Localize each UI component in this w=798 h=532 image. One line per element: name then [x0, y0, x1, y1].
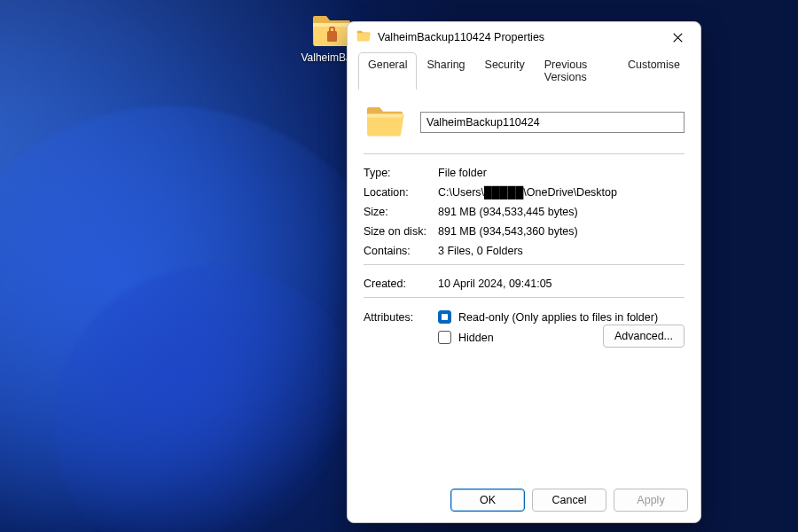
- value-location: C:\Users\█████\OneDrive\Desktop: [438, 186, 685, 199]
- apply-button[interactable]: Apply: [614, 489, 688, 512]
- value-size: 891 MB (934,533,445 bytes): [438, 206, 685, 218]
- dialog-title: ValheimBackup110424 Properties: [378, 31, 660, 43]
- ok-button[interactable]: OK: [450, 489, 525, 512]
- properties-dialog: ValheimBackup110424 Properties General S…: [347, 21, 701, 523]
- label-attributes: Attributes:: [364, 310, 438, 324]
- cancel-button[interactable]: Cancel: [532, 489, 606, 512]
- label-location: Location:: [364, 186, 438, 199]
- value-size-on-disk: 891 MB (934,543,360 bytes): [438, 225, 685, 238]
- label-created: Created:: [364, 278, 438, 290]
- titlebar[interactable]: ValheimBackup110424 Properties: [348, 22, 700, 52]
- label-size-on-disk: Size on disk:: [364, 225, 438, 238]
- tab-sharing[interactable]: Sharing: [417, 52, 474, 90]
- label-type: Type:: [364, 167, 438, 179]
- value-created: 10 April 2024, 09:41:05: [438, 278, 685, 290]
- separator: [364, 264, 685, 265]
- folder-icon: [365, 106, 404, 139]
- tab-general[interactable]: General: [358, 52, 417, 90]
- close-button[interactable]: [660, 25, 695, 50]
- close-icon: [673, 33, 683, 43]
- tab-divider: [358, 21, 690, 22]
- tab-strip: General Sharing Security Previous Versio…: [348, 52, 700, 90]
- tab-customise[interactable]: Customise: [618, 52, 690, 90]
- desktop-wallpaper: ValheimBa… ValheimBackup110424 Propertie…: [0, 0, 798, 532]
- tab-previous-versions[interactable]: Previous Versions: [535, 52, 618, 90]
- separator: [364, 153, 685, 154]
- folder-name-input[interactable]: [420, 112, 685, 133]
- tab-security[interactable]: Security: [475, 52, 535, 90]
- label-size: Size:: [364, 206, 438, 218]
- dialog-button-row: OK Cancel Apply: [348, 480, 700, 522]
- separator: [364, 297, 685, 298]
- readonly-checkbox[interactable]: [438, 310, 451, 324]
- advanced-button[interactable]: Advanced...: [603, 325, 685, 348]
- readonly-label: Read-only (Only applies to files in fold…: [458, 311, 658, 324]
- value-contains: 3 Files, 0 Folders: [438, 245, 685, 257]
- folder-icon: [356, 30, 371, 44]
- tab-panel-general: Type:File folder Location:C:\Users\█████…: [348, 90, 700, 480]
- value-type: File folder: [438, 167, 685, 179]
- label-contains: Contains:: [364, 245, 438, 257]
